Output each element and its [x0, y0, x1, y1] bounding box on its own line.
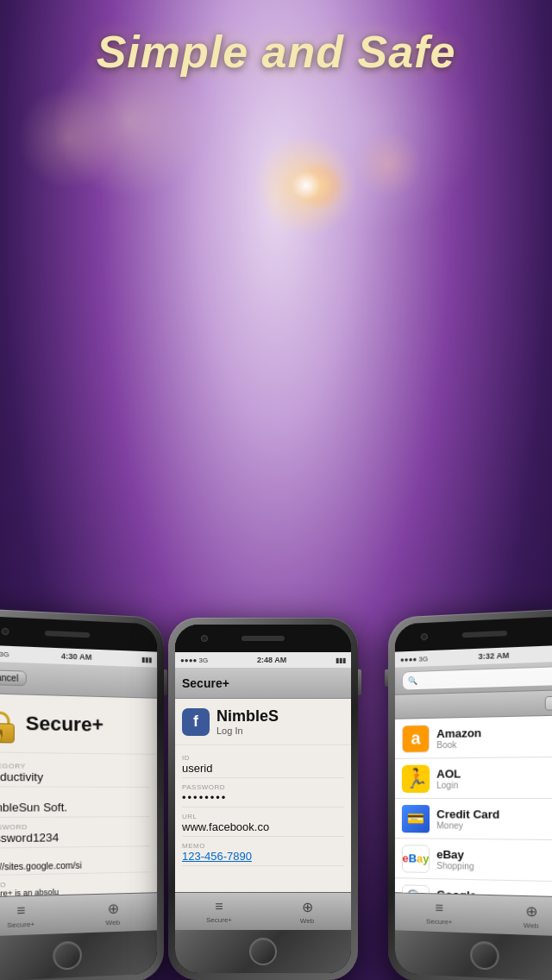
phone-1-topbar [0, 616, 157, 652]
list-item-ebay[interactable]: eBay eBay Shopping › [395, 839, 552, 883]
phone-3-home-button[interactable] [470, 941, 499, 971]
phone-1-navbar: Cancel [0, 661, 157, 699]
lock-shackle [0, 711, 10, 724]
field-value-id: NimbleSun Soft. [0, 801, 150, 818]
tab-web-1[interactable]: ⊕ Web [67, 893, 157, 933]
field-value-id-2: userid [182, 762, 344, 778]
amazon-text: Amazon Book [436, 725, 552, 750]
phone-2-inner: ●●●● 3G 2:48 AM ▮▮▮ Secure+ f NimbleS Lo… [175, 625, 351, 973]
aol-text: AOL Login [436, 766, 552, 790]
phone-3-side-btn-l [385, 669, 388, 687]
phone-1-home-area [0, 930, 157, 980]
segment-bar: All [395, 690, 552, 719]
phone-1-screen: Cancel EDIT Secure+ [0, 661, 157, 896]
field-value-password: password1234 [0, 830, 150, 849]
secure-tab-label-3: Secure+ [426, 917, 453, 926]
tab-web-3[interactable]: ⊕ Web [485, 895, 552, 937]
ebay-title: eBay [436, 847, 552, 863]
field-value-url-2: www.facebook.co [182, 820, 344, 837]
secure-tab-label-1: Secure+ [7, 920, 34, 929]
secure-tab-icon-3: ≡ [435, 900, 443, 916]
phone-3: ●●●● 3G 3:32 AM ▮▮▮ 🔍 All [388, 618, 552, 980]
lock-body [0, 723, 15, 744]
cancel-button[interactable]: Cancel [0, 669, 27, 686]
creditcard-sub: Money [436, 820, 552, 831]
field-value-memo-2: 123-456-7890 [182, 850, 344, 866]
field-label-id: ID [0, 793, 150, 801]
web-tab-icon-3: ⊕ [525, 902, 537, 920]
phone-2-home-button[interactable] [249, 938, 277, 965]
tab-secure-2[interactable]: ≡ Secure+ [175, 893, 263, 930]
facebook-icon: f [182, 708, 210, 736]
web-tab-icon-1: ⊕ [107, 900, 118, 917]
phone-2-detail-header: f NimbleS Log In [175, 699, 351, 745]
phone-1: ●●●● 3G 4:30 AM ▮▮▮ Cancel [0, 618, 164, 980]
phone-1-inner: ●●●● 3G 4:30 AM ▮▮▮ Cancel [0, 616, 157, 980]
phone-2-nav-title: Secure+ [182, 676, 229, 690]
field-value-url: http://sites.google.com/si [0, 859, 150, 876]
phone-2-tabbar: ≡ Secure+ ⊕ Web [175, 892, 351, 930]
list-item-creditcard[interactable]: 💳 Credit Card Money › [395, 799, 552, 840]
phone-3-inner: ●●●● 3G 3:32 AM ▮▮▮ 🔍 All [395, 616, 552, 980]
phone-2-app-name: NimbleS [216, 707, 279, 726]
phone-1-speaker [45, 631, 90, 638]
phone-1-home-button[interactable] [53, 941, 81, 971]
aol-title: AOL [436, 766, 552, 780]
list-item-amazon[interactable]: a Amazon Book › [395, 715, 552, 759]
all-segment-button[interactable]: All [545, 695, 552, 710]
password-dots: •••••••• [182, 791, 227, 804]
phone-2-side-btn [358, 669, 361, 695]
phone-3-home-area [395, 930, 552, 980]
edit-badge: EDIT [0, 732, 2, 743]
phone-2-speaker [242, 636, 285, 641]
search-bar: 🔍 [395, 661, 552, 695]
aol-sub: Login [436, 779, 552, 789]
phone-2-home-area [175, 930, 351, 973]
phone-3-time: 3:32 AM [479, 651, 510, 662]
tab-web-2[interactable]: ⊕ Web [263, 893, 351, 930]
secure-tab-icon-1: ≡ [16, 902, 25, 919]
phone-2-camera [201, 635, 208, 642]
phone-1-time: 4:30 AM [61, 651, 91, 662]
phones-container: ●●●● 3G 4:30 AM ▮▮▮ Cancel [0, 104, 552, 980]
amazon-icon: a [402, 725, 430, 753]
field-label-url-2: URL [182, 813, 344, 820]
search-icon: 🔍 [408, 675, 417, 684]
phone-2: ●●●● 3G 2:48 AM ▮▮▮ Secure+ f NimbleS Lo… [168, 618, 358, 980]
phone-3-shell: ●●●● 3G 3:32 AM ▮▮▮ 🔍 All [388, 608, 552, 980]
page-title: Simple and Safe [0, 26, 552, 78]
phone-number-link[interactable]: 123-456-7890 [182, 850, 252, 863]
creditcard-text: Credit Card Money [436, 807, 552, 832]
phone-2-navbar: Secure+ [175, 668, 351, 699]
secure-tab-label-2: Secure+ [206, 916, 232, 924]
ebay-text: eBay Shopping [436, 847, 552, 872]
credit-card-icon: 💳 [402, 805, 430, 832]
phone-1-fields: CATEGORY Productivity ID NimbleSun Soft.… [0, 752, 157, 896]
phone-3-signal: ●●●● 3G [400, 655, 428, 663]
phone-2-fields: ID userid PASSWORD •••••••• URL www.face… [175, 745, 351, 870]
phone-3-tabbar: ≡ Secure+ ⊕ Web [395, 892, 552, 937]
tab-secure-3[interactable]: ≡ Secure+ [395, 893, 485, 933]
phone-2-shell: ●●●● 3G 2:48 AM ▮▮▮ Secure+ f NimbleS Lo… [168, 618, 358, 980]
phone-3-screen: 🔍 All a Amazon Book [395, 661, 552, 896]
ebay-sub: Shopping [436, 860, 552, 872]
list-item-aol[interactable]: 🏃 AOL Login › [395, 757, 552, 799]
phone-3-camera [421, 633, 428, 640]
phone-2-topbar [175, 625, 351, 652]
phone-2-app-sub: Log In [216, 726, 279, 736]
lock-icon: EDIT [0, 703, 18, 744]
phone-1-detail-header: EDIT Secure+ [0, 694, 157, 755]
ebay-icon: eBay [402, 845, 430, 873]
web-tab-label-2: Web [300, 917, 314, 925]
creditcard-title: Credit Card [436, 807, 552, 821]
phone-1-signal: ●●●● 3G [0, 649, 9, 658]
field-label-pw-2: PASSWORD [182, 783, 344, 791]
search-input[interactable]: 🔍 [402, 665, 552, 690]
field-value-pw-2: •••••••• [182, 791, 344, 807]
web-tab-label-3: Web [524, 921, 538, 930]
phone-2-battery: ▮▮▮ [336, 656, 346, 664]
web-tab-label-1: Web [105, 918, 120, 927]
tab-secure-1[interactable]: ≡ Secure+ [0, 895, 67, 937]
secure-tab-icon-2: ≡ [215, 899, 223, 914]
web-tab-icon-2: ⊕ [302, 899, 313, 915]
